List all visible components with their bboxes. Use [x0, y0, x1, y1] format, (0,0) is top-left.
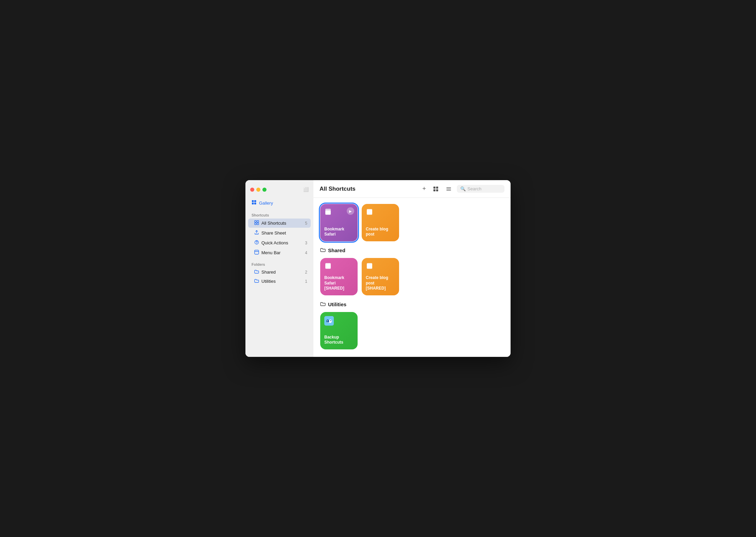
utilities-folder-label: Utilities [261, 279, 276, 284]
shortcut-bookmark-safari-shared[interactable]: Bookmark Safari [SHARED] [320, 258, 358, 295]
svg-rect-13 [436, 187, 438, 189]
layers-icon-shared-blog [366, 262, 373, 271]
shared-section-header: Shared [320, 247, 504, 253]
gallery-icon [252, 200, 257, 206]
sidebar-item-menu-bar[interactable]: Menu Bar 4 [248, 248, 311, 257]
share-sheet-icon [254, 230, 259, 236]
shared-folder-count: 2 [305, 270, 307, 275]
svg-rect-6 [255, 223, 256, 225]
create-blog-post-shared-label: Create blog post [SHARED] [366, 275, 395, 291]
sidebar-item-share-sheet[interactable]: Share Sheet [248, 228, 311, 238]
search-input[interactable] [467, 186, 501, 191]
gallery-label: Gallery [259, 201, 273, 206]
svg-rect-4 [255, 221, 256, 222]
svg-point-9 [256, 243, 257, 244]
traffic-lights: ⬜ [245, 184, 313, 197]
utilities-section-header: Utilities [320, 301, 504, 307]
svg-rect-24 [367, 210, 372, 215]
backup-shortcuts-label: Backup Shortcuts [324, 335, 354, 345]
shortcut-create-blog-post-shared[interactable]: Create blog post [SHARED] [362, 258, 399, 295]
layers-icon-shared-bookmark [324, 262, 332, 271]
sidebar-item-all-shortcuts[interactable]: All Shortcuts 5 [248, 219, 311, 228]
quick-actions-count: 3 [305, 241, 307, 245]
svg-rect-27 [325, 264, 331, 269]
sidebar: ⬜ Gallery Shortcuts [245, 180, 313, 357]
shared-folder-section-icon [320, 247, 326, 253]
create-blog-post-label: Create blog post [366, 227, 395, 237]
utilities-shortcuts-grid: Backup Shortcuts [320, 312, 504, 349]
svg-rect-21 [325, 211, 331, 215]
svg-rect-15 [436, 189, 438, 191]
all-shortcuts-label: All Shortcuts [261, 221, 286, 226]
quick-actions-label: Quick Actions [261, 240, 288, 245]
quick-actions-icon [254, 240, 259, 246]
sidebar-item-quick-actions[interactable]: Quick Actions 3 [248, 238, 311, 247]
svg-rect-3 [254, 203, 256, 205]
maximize-button[interactable] [262, 188, 267, 192]
sidebar-toggle-icon[interactable]: ⬜ [303, 187, 309, 192]
app-window: ⬜ Gallery Shortcuts [245, 180, 511, 357]
sidebar-item-gallery[interactable]: Gallery [249, 198, 310, 208]
shortcuts-section-label: Shortcuts [245, 211, 313, 218]
bookmark-safari-label: Bookmark Safari [324, 227, 354, 237]
sidebar-item-utilities[interactable]: Utilities 1 [248, 277, 311, 285]
svg-rect-31 [324, 316, 334, 326]
layers-icon-blog [366, 208, 373, 217]
finder-icon [324, 316, 334, 327]
svg-rect-14 [433, 189, 435, 191]
shared-folder-icon [254, 270, 259, 275]
search-icon: 🔍 [460, 186, 466, 191]
layers-icon-bookmark [324, 208, 332, 217]
utilities-folder-section-icon [320, 301, 326, 307]
menu-bar-icon [254, 250, 259, 256]
list-view-button[interactable] [444, 185, 453, 193]
all-shortcuts-icon [254, 220, 259, 226]
close-button[interactable] [250, 188, 254, 192]
all-shortcuts-count: 5 [305, 221, 307, 226]
folders-section-label: Folders [245, 260, 313, 267]
bookmark-safari-shared-label: Bookmark Safari [SHARED] [324, 275, 354, 291]
page-title: All Shortcuts [320, 186, 417, 192]
top-shortcuts-grid: ▶ Bookmark Safari Create blog post [320, 204, 504, 241]
svg-rect-7 [257, 223, 259, 225]
toolbar: All Shortcuts + [313, 180, 511, 198]
utilities-section-label: Utilities [328, 301, 346, 307]
shared-section-label: Shared [328, 247, 345, 253]
svg-point-36 [327, 320, 328, 321]
shared-folder-label: Shared [261, 270, 276, 275]
svg-rect-10 [255, 250, 259, 254]
minimize-button[interactable] [256, 188, 260, 192]
main-content: All Shortcuts + [313, 180, 511, 357]
content-area: ▶ Bookmark Safari Create blog post [313, 198, 511, 357]
svg-rect-12 [433, 187, 435, 189]
menu-bar-label: Menu Bar [261, 250, 280, 255]
sidebar-item-shared[interactable]: Shared 2 [248, 268, 311, 276]
shared-shortcuts-grid: Bookmark Safari [SHARED] Create blog pos… [320, 258, 504, 295]
shortcut-create-blog-post[interactable]: Create blog post [362, 204, 399, 241]
play-button-bookmark[interactable]: ▶ [347, 207, 354, 215]
share-sheet-label: Share Sheet [261, 230, 286, 236]
svg-rect-5 [257, 221, 259, 222]
shortcut-backup-shortcuts[interactable]: Backup Shortcuts [320, 312, 358, 349]
grid-view-button[interactable] [431, 185, 441, 193]
add-button[interactable]: + [420, 184, 428, 193]
svg-rect-30 [367, 264, 372, 269]
svg-rect-2 [252, 203, 254, 205]
svg-point-37 [330, 320, 331, 321]
svg-rect-0 [252, 200, 254, 202]
gallery-section: Gallery [245, 197, 313, 211]
shortcut-bookmark-safari[interactable]: ▶ Bookmark Safari [320, 204, 358, 241]
utilities-folder-icon [254, 279, 259, 284]
svg-rect-1 [254, 200, 256, 202]
search-bar: 🔍 [457, 185, 504, 193]
utilities-folder-count: 1 [305, 279, 307, 284]
menu-bar-count: 4 [305, 250, 307, 255]
